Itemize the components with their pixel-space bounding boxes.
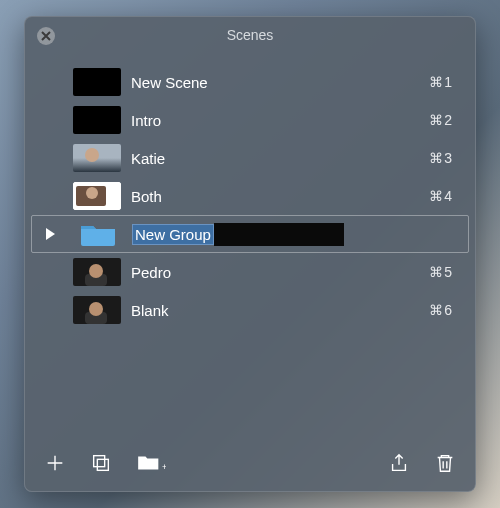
scene-row[interactable]: Intro ⌘2 <box>31 101 469 139</box>
svg-rect-0 <box>94 456 105 467</box>
group-folder-icon <box>74 220 122 248</box>
delete-button[interactable] <box>433 451 457 475</box>
scene-row[interactable]: Both ⌘4 <box>31 177 469 215</box>
toolbar: + <box>25 439 475 491</box>
trash-icon <box>434 452 456 474</box>
scene-thumbnail <box>73 182 121 210</box>
new-folder-button[interactable]: + <box>135 451 167 475</box>
scene-shortcut: ⌘2 <box>429 112 465 128</box>
scene-row[interactable]: New Scene ⌘1 <box>31 63 469 101</box>
scene-thumbnail <box>73 258 121 286</box>
scene-label: Intro <box>131 112 419 129</box>
scene-label: Katie <box>131 150 419 167</box>
plus-icon <box>44 452 66 474</box>
scene-shortcut: ⌘3 <box>429 150 465 166</box>
scene-row[interactable]: Katie ⌘3 <box>31 139 469 177</box>
scene-thumbnail <box>73 144 121 172</box>
group-row-editing[interactable]: New Group <box>31 215 469 253</box>
group-name-text: New Group <box>132 224 214 245</box>
disclosure-triangle-icon[interactable] <box>46 228 55 240</box>
add-button[interactable] <box>43 451 67 475</box>
scenes-list: New Scene ⌘1 Intro ⌘2 Katie ⌘3 Both ⌘4 <box>25 63 475 439</box>
group-name-input[interactable]: New Group <box>132 222 464 246</box>
scene-shortcut: ⌘1 <box>429 74 465 90</box>
scene-shortcut: ⌘5 <box>429 264 465 280</box>
new-folder-icon: + <box>136 452 166 474</box>
scene-label: Blank <box>131 302 419 319</box>
duplicate-button[interactable] <box>89 451 113 475</box>
folder-icon <box>78 220 118 248</box>
svg-rect-1 <box>97 459 108 470</box>
scene-label: Both <box>131 188 419 205</box>
scene-thumbnail <box>73 296 121 324</box>
close-icon <box>41 31 51 41</box>
scene-row[interactable]: Pedro ⌘5 <box>31 253 469 291</box>
duplicate-icon <box>90 452 112 474</box>
panel-title: Scenes <box>25 17 475 63</box>
scene-shortcut: ⌘4 <box>429 188 465 204</box>
share-icon <box>388 452 410 474</box>
scene-label: Pedro <box>131 264 419 281</box>
scene-thumbnail <box>73 68 121 96</box>
scenes-panel: Scenes New Scene ⌘1 Intro ⌘2 Katie ⌘3 Bo… <box>24 16 476 492</box>
scene-row[interactable]: Blank ⌘6 <box>31 291 469 329</box>
scene-thumbnail <box>73 106 121 134</box>
share-button[interactable] <box>387 451 411 475</box>
scene-label: New Scene <box>131 74 419 91</box>
scene-shortcut: ⌘6 <box>429 302 465 318</box>
svg-text:+: + <box>162 462 166 472</box>
close-button[interactable] <box>37 27 55 45</box>
